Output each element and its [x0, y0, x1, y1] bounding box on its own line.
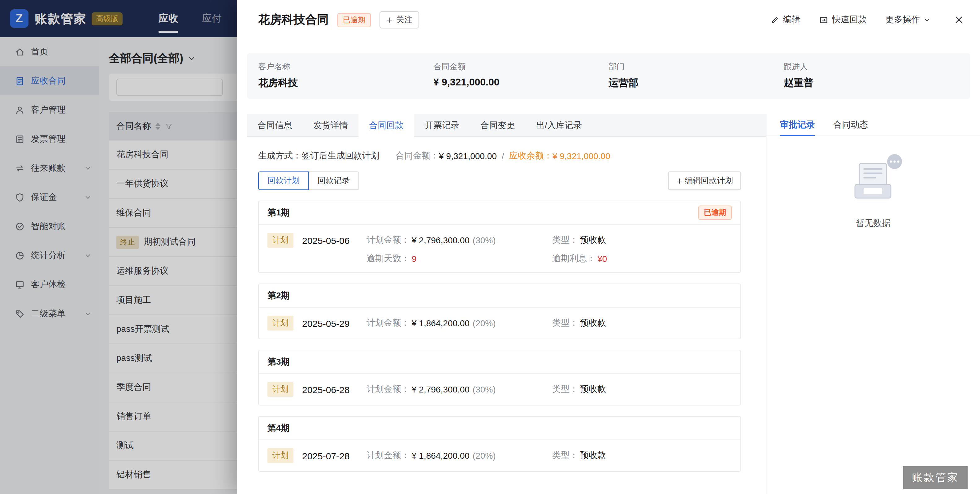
field-label: 合同金额	[433, 61, 609, 72]
period-overdue-line: 逾期天数： 9 逾期利息： ¥0	[267, 253, 732, 264]
overdue-days-value: 9	[412, 254, 417, 264]
interest-label: 逾期利息：	[552, 253, 595, 264]
tab-invoice-records[interactable]: 开票记录	[414, 114, 470, 136]
plan-tag: 计划	[267, 233, 293, 248]
overdue-days-label: 逾期天数：	[366, 253, 410, 264]
plan-tag: 计划	[267, 316, 293, 330]
plan-percent: (30%)	[473, 235, 496, 245]
plan-amount-label: 计划金额：	[366, 235, 410, 246]
toggle-payment-plan[interactable]: 回款计划	[258, 172, 309, 190]
detail-tabs: 合同信息 发货详情 合同回款 开票记录 合同变更 出/入库记录	[247, 114, 766, 137]
type-label: 类型：	[552, 235, 578, 246]
gen-value: 签订后生成回款计划	[301, 151, 380, 162]
summary-field-owner: 跟进人 赵重普	[784, 61, 959, 90]
period-header: 第3期	[259, 350, 740, 374]
payment-toolbar: 回款计划 回款记录 编辑回款计划	[258, 172, 741, 190]
more-actions-button[interactable]: 更多操作	[885, 14, 931, 25]
plan-amount-label: 计划金额：	[366, 384, 410, 395]
contract-summary-bar: 客户名称 花房科技 合同金额 ¥ 9,321,000.00 部门 运营部 跟进人…	[247, 53, 970, 99]
summary-field-amount: 合同金额 ¥ 9,321,000.00	[433, 61, 609, 90]
amount-label: 合同金额：	[396, 151, 439, 162]
drawer-side-panel: 审批记录 合同动态 暂无数据	[766, 114, 980, 494]
tab-contract-activity[interactable]: 合同动态	[833, 114, 868, 135]
period-header: 第4期	[259, 417, 740, 440]
period-plan-line: 计划 2025-06-28 计划金额： ¥ 2,796,300.00 (30%)…	[267, 382, 732, 397]
type-label: 类型：	[552, 318, 578, 329]
period-title: 第4期	[267, 423, 290, 434]
empty-illustration-icon	[838, 152, 908, 210]
plan-percent: (20%)	[473, 451, 496, 461]
summary-field-department: 部门 运营部	[609, 61, 784, 90]
type-label: 类型：	[552, 384, 578, 395]
overdue-status-tag: 已逾期	[337, 13, 371, 27]
type-value: 预收款	[580, 235, 606, 246]
period-plan-line: 计划 2025-07-28 计划金额： ¥ 1,864,200.00 (20%)…	[267, 448, 732, 463]
type-value: 预收款	[580, 318, 606, 329]
payment-summary-line: 生成方式： 签订后生成回款计划 合同金额： ¥ 9,321,000.00 / 应…	[258, 151, 741, 162]
plan-date: 2025-05-06	[302, 235, 350, 245]
field-value: 运营部	[609, 77, 784, 90]
plan-percent: (30%)	[473, 384, 496, 394]
interest-value: ¥0	[597, 254, 607, 264]
close-icon[interactable]	[954, 15, 964, 25]
plan-amount-value: ¥ 2,796,300.00	[412, 384, 469, 394]
period-title: 第2期	[267, 290, 290, 301]
field-label: 部门	[609, 61, 784, 72]
period-title: 第3期	[267, 356, 290, 367]
side-panel-tabs: 审批记录 合同动态	[767, 114, 980, 136]
period-plan-line: 计划 2025-05-06 计划金额： ¥ 2,796,300.00 (30%)…	[267, 233, 732, 248]
tab-contract-payment[interactable]: 合同回款	[358, 114, 414, 137]
field-label: 客户名称	[258, 61, 433, 72]
plan-amount-label: 计划金额：	[366, 318, 410, 329]
payment-period-card: 第3期 计划 2025-06-28 计划金额： ¥ 2,796,300.	[258, 350, 741, 405]
plan-tag: 计划	[267, 448, 293, 463]
plan-percent: (20%)	[473, 318, 496, 328]
plan-amount-value: ¥ 1,864,200.00	[412, 318, 469, 328]
payment-period-card: 第2期 计划 2025-05-29 计划金额： ¥ 1,864,200.	[258, 284, 741, 339]
type-value: 预收款	[580, 384, 606, 395]
type-label: 类型：	[552, 450, 578, 461]
quick-collect-icon	[819, 15, 828, 24]
overdue-tag: 已逾期	[698, 205, 732, 220]
quick-collect-button[interactable]: 快速回款	[819, 14, 867, 25]
toggle-payment-records[interactable]: 回款记录	[309, 172, 359, 190]
empty-state: 暂无数据	[767, 152, 980, 229]
plan-amount-value: ¥ 1,864,200.00	[412, 451, 469, 461]
app-screen: Z 账款管家 高级版 应收 应付 首页 应收合同 客户管理 发票管理 往来账款	[0, 0, 980, 494]
plan-amount-value: ¥ 2,796,300.00	[412, 235, 469, 245]
balance-label: 应收余额：	[509, 151, 552, 162]
tab-contract-changes[interactable]: 合同变更	[470, 114, 526, 136]
plan-amount-label: 计划金额：	[366, 450, 410, 461]
amount-value: ¥ 9,321,000.00	[439, 151, 497, 161]
slash: /	[502, 151, 504, 161]
tab-contract-info[interactable]: 合同信息	[247, 114, 303, 136]
field-label: 跟进人	[784, 61, 959, 72]
drawer-actions: 编辑 快速回款 更多操作	[770, 14, 964, 25]
tab-approval-records[interactable]: 审批记录	[780, 114, 815, 135]
tab-warehouse-records[interactable]: 出/入库记录	[526, 114, 592, 136]
gen-label: 生成方式：	[258, 151, 301, 162]
plan-date: 2025-07-28	[302, 450, 350, 461]
payment-period-card: 第1期 已逾期 计划 2025-05-06 计划金额：	[258, 200, 741, 273]
edit-plan-label: 编辑回款计划	[685, 175, 733, 186]
balance-value: ¥ 9,321,000.00	[552, 151, 611, 161]
plus-icon	[676, 177, 683, 184]
field-value: ¥ 9,321,000.00	[433, 77, 609, 88]
edit-plan-button[interactable]: 编辑回款计划	[668, 172, 741, 190]
edit-button-label: 编辑	[783, 14, 800, 25]
pencil-icon	[770, 15, 780, 24]
plus-icon	[386, 16, 393, 23]
chevron-down-icon	[924, 16, 931, 23]
field-value: 花房科技	[258, 77, 433, 90]
drawer-header: 花房科技合同 已逾期 关注 编辑 快速回款 更多操作	[237, 0, 980, 40]
drawer-main: 合同信息 发货详情 合同回款 开票记录 合同变更 出/入库记录 生成方式： 签订…	[237, 114, 766, 494]
edit-button[interactable]: 编辑	[770, 14, 800, 25]
tab-shipping-detail[interactable]: 发货详情	[303, 114, 358, 136]
drawer-title: 花房科技合同	[258, 12, 329, 28]
period-title: 第1期	[267, 207, 290, 218]
follow-button[interactable]: 关注	[380, 11, 419, 29]
period-plan-line: 计划 2025-05-29 计划金额： ¥ 1,864,200.00 (20%)…	[267, 316, 732, 330]
app-watermark: 账款管家	[903, 466, 967, 489]
summary-field-customer: 客户名称 花房科技	[258, 61, 433, 90]
payment-period-card: 第4期 计划 2025-07-28 计划金额： ¥ 1,864,200.	[258, 416, 741, 472]
